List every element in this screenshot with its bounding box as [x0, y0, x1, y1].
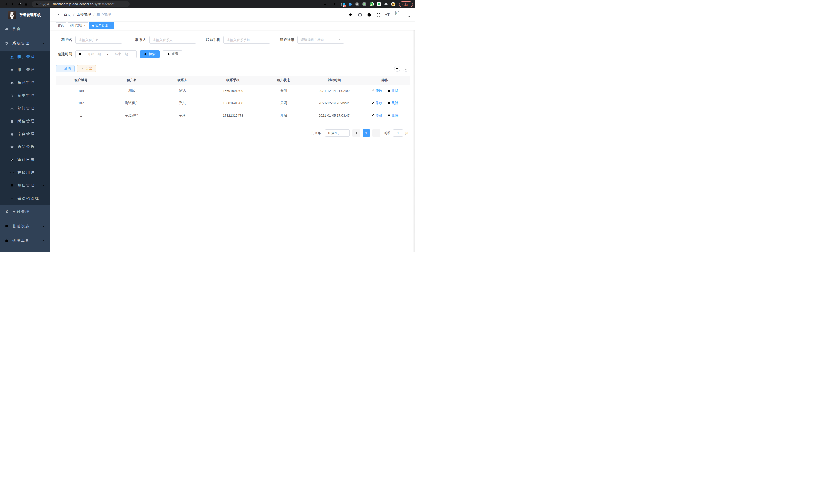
- total-count: 共 3 条: [311, 131, 321, 136]
- pen-icon: [371, 89, 375, 92]
- tenant-name-input[interactable]: [75, 36, 122, 44]
- breadcrumb-home[interactable]: 首页: [64, 12, 71, 17]
- extension-record-icon[interactable]: [362, 2, 367, 6]
- sidebar-item-payment[interactable]: ¥ 支付管理: [0, 205, 50, 219]
- sidebar-item-dev-tools[interactable]: 研发工具: [0, 234, 50, 248]
- tenant-table: 租户编号 租户名 联系人 联系手机 租户状态 创建时间 操作 108 测试 测试: [56, 76, 410, 122]
- page-number-button[interactable]: 1: [363, 129, 370, 137]
- sidebar-item-sms[interactable]: 短信管理: [0, 179, 50, 192]
- sidebar-item-home[interactable]: 首页: [0, 22, 50, 36]
- pen-icon: [371, 114, 375, 117]
- page-unit-label: 页: [405, 131, 408, 136]
- tab-dept[interactable]: 部门管理 ×: [67, 22, 88, 29]
- export-button[interactable]: 导出: [77, 65, 96, 72]
- delete-link[interactable]: 删除: [387, 101, 398, 105]
- browser-back-button[interactable]: [3, 1, 9, 7]
- extensions-puzzle-icon[interactable]: [384, 2, 388, 6]
- status-select[interactable]: 请选择租户状态: [297, 36, 344, 44]
- delete-link[interactable]: 删除: [387, 88, 398, 93]
- help-icon[interactable]: [367, 12, 372, 17]
- create-time-range-picker[interactable]: 开始日期 - 结束日期: [75, 50, 137, 58]
- browser-home-button[interactable]: [23, 1, 29, 7]
- sidebar-item-post[interactable]: 岗位管理: [0, 115, 50, 128]
- toggle-search-button[interactable]: [394, 65, 400, 72]
- user-icon: [10, 68, 14, 72]
- download-icon: [81, 67, 84, 70]
- tab-tenant[interactable]: 租户管理 ×: [89, 22, 114, 29]
- browser-update-button[interactable]: 更新: [399, 1, 413, 7]
- edit-link[interactable]: 修改: [371, 88, 382, 93]
- user-avatar[interactable]: [394, 10, 404, 20]
- sidebar-item-error-code[interactable]: 错误码管理: [0, 192, 50, 205]
- browser-reload-button[interactable]: [16, 1, 23, 7]
- sidebar-item-menu[interactable]: 菜单管理: [0, 89, 50, 102]
- extension-tag-icon[interactable]: 10: [341, 2, 345, 6]
- mobile-label: 联系手机: [204, 37, 220, 42]
- calendar-icon: [78, 52, 82, 56]
- mobile-input[interactable]: [223, 36, 270, 44]
- share-button[interactable]: [322, 1, 328, 7]
- prev-page-button[interactable]: [352, 129, 360, 137]
- extension-y-icon[interactable]: y: [370, 2, 374, 6]
- sidebar-item-dict[interactable]: 字典管理: [0, 128, 50, 141]
- badge-icon: [10, 119, 14, 123]
- dashboard-icon: [5, 27, 9, 31]
- edit-square-icon: [10, 158, 14, 162]
- status-value: 开启: [258, 109, 309, 121]
- breadcrumb-separator: /: [73, 13, 74, 17]
- search-button[interactable]: 搜索: [140, 50, 160, 58]
- url-path: /system/tenant: [93, 2, 114, 6]
- refresh-table-button[interactable]: [403, 65, 409, 72]
- edit-link[interactable]: 修改: [371, 113, 382, 118]
- goto-page-input[interactable]: [393, 129, 403, 137]
- search-icon: [396, 67, 399, 70]
- sidebar-item-infrastructure[interactable]: 基础设施: [0, 219, 50, 234]
- sidebar-item-tenant[interactable]: 租户管理: [0, 51, 50, 63]
- sidebar-item-dept[interactable]: 部门管理: [0, 102, 50, 115]
- page-size-select[interactable]: 10条/页: [325, 129, 350, 137]
- sidebar-item-role[interactable]: 角色管理: [0, 76, 50, 89]
- extension-balloon-icon[interactable]: [348, 2, 352, 6]
- site-security-warning[interactable]: 不安全: [35, 2, 49, 6]
- broken-image-icon: [395, 10, 400, 16]
- menu-tree-icon: [10, 94, 14, 98]
- reset-button[interactable]: 重置: [163, 50, 182, 58]
- sidebar-collapse-icon[interactable]: [55, 12, 59, 17]
- chevron-right-icon: [375, 131, 378, 135]
- fullscreen-icon[interactable]: [376, 12, 381, 17]
- sidebar-item-notice[interactable]: 通知公告: [0, 141, 50, 153]
- col-phone: 联系手机: [208, 76, 258, 85]
- tab-close-icon[interactable]: ×: [109, 24, 111, 27]
- sidebar-item-system[interactable]: 系统管理: [0, 36, 50, 51]
- header-search-icon[interactable]: [348, 12, 353, 17]
- sidebar-item-online-users[interactable]: 在线用户: [0, 166, 50, 179]
- col-status: 租户状态: [258, 76, 309, 85]
- extension-chat-icon[interactable]: [377, 2, 381, 6]
- browser-forward-button[interactable]: [9, 1, 16, 7]
- edit-link[interactable]: 修改: [371, 101, 382, 105]
- bookmark-star-button[interactable]: [331, 1, 338, 7]
- profile-avatar-icon[interactable]: [391, 2, 396, 6]
- app-title: 芋道管理系统: [19, 13, 41, 18]
- logo-rabbit-image: [8, 11, 16, 19]
- avatar-caret-down-icon[interactable]: [407, 15, 411, 18]
- breadcrumb-system[interactable]: 系统管理: [77, 12, 91, 17]
- table-row: 108 测试 测试 15601691300 关闭 2021-12-14 21:0…: [56, 85, 410, 97]
- contact-input[interactable]: [149, 36, 196, 44]
- next-page-button[interactable]: [372, 129, 380, 137]
- extension-command-icon[interactable]: ⌘: [355, 2, 360, 6]
- sidebar-item-user[interactable]: 用户管理: [0, 63, 50, 76]
- app-logo[interactable]: 芋道管理系统: [0, 8, 50, 22]
- sidebar-item-audit-log[interactable]: 审计日志: [0, 153, 50, 166]
- add-button[interactable]: 新增: [56, 65, 75, 72]
- browser-menu-icon[interactable]: [410, 3, 411, 6]
- plus-icon: [59, 67, 63, 70]
- tab-close-icon[interactable]: ×: [84, 24, 86, 27]
- trash-icon: [387, 89, 391, 92]
- tab-home[interactable]: 首页: [56, 22, 66, 29]
- address-bar[interactable]: 不安全 dashboard.yudao.iocoder.cn/system/te…: [32, 1, 130, 7]
- font-size-icon[interactable]: TT: [385, 13, 390, 17]
- github-icon[interactable]: [358, 12, 362, 17]
- delete-link[interactable]: 删除: [387, 113, 398, 118]
- col-tenant-id: 租户编号: [56, 76, 106, 85]
